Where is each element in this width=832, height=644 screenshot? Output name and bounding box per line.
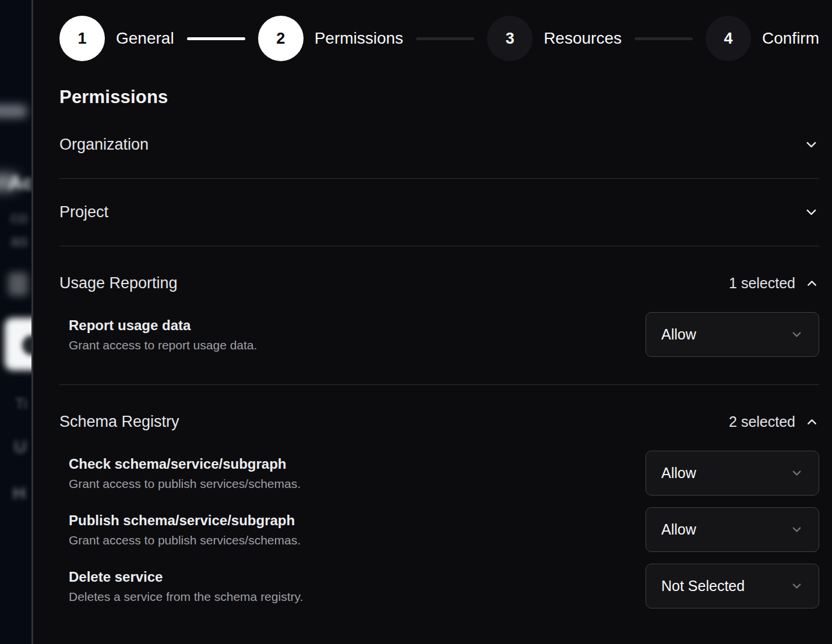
selected-count: 2 selected bbox=[729, 413, 795, 430]
permission-text: Delete service Deletes a service from th… bbox=[59, 569, 303, 604]
section-usage-reporting: Usage Reporting 1 selected Report usage … bbox=[59, 246, 819, 385]
step-label: Permissions bbox=[315, 29, 403, 48]
chevron-down-icon bbox=[790, 579, 803, 593]
page-title: Permissions bbox=[59, 87, 819, 108]
permission-row-publish-schema: Publish schema/service/subgraph Grant ac… bbox=[59, 507, 819, 552]
blurred-nav-item bbox=[0, 105, 27, 118]
step-general: 1 General bbox=[59, 16, 174, 61]
wizard-stepper: 1 General 2 Permissions 3 Resources 4 Co… bbox=[59, 16, 819, 61]
step-connector bbox=[187, 37, 245, 40]
step-number-badge: 2 bbox=[258, 16, 304, 61]
section-header-schema-registry[interactable]: Schema Registry 2 selected bbox=[59, 385, 819, 451]
permission-description: Grant access to publish services/schemas… bbox=[69, 477, 301, 491]
permission-select-delete-service[interactable]: Not Selected bbox=[646, 564, 819, 608]
step-permissions: 2 Permissions bbox=[258, 16, 403, 61]
permission-title: Delete service bbox=[69, 569, 303, 585]
step-connector bbox=[416, 37, 474, 40]
permission-text: Publish schema/service/subgraph Grant ac… bbox=[59, 512, 301, 547]
chevron-down-icon bbox=[790, 328, 803, 341]
select-value: Allow bbox=[661, 465, 696, 482]
section-title: Project bbox=[59, 203, 108, 221]
blurred-text-fragment: Ti bbox=[15, 395, 27, 413]
chevron-down-icon bbox=[803, 137, 819, 153]
blurred-text-fragment: H bbox=[13, 483, 26, 503]
permission-row-report-usage-data: Report usage data Grant access to report… bbox=[59, 312, 819, 357]
section-header-project[interactable]: Project bbox=[59, 179, 819, 246]
permission-description: Grant access to report usage data. bbox=[69, 338, 257, 352]
blurred-text-fragment: co bbox=[10, 208, 28, 227]
chevron-down-icon bbox=[790, 523, 803, 536]
permission-title: Report usage data bbox=[69, 317, 257, 334]
chevron-up-icon bbox=[805, 415, 819, 429]
section-title: Schema Registry bbox=[59, 413, 179, 431]
section-project: Project bbox=[59, 179, 819, 246]
chevron-down-icon bbox=[803, 204, 819, 220]
section-meta: 1 selected bbox=[729, 275, 819, 292]
chevron-up-icon bbox=[805, 276, 819, 291]
select-value: Allow bbox=[661, 521, 696, 538]
select-value: Not Selected bbox=[661, 578, 745, 595]
blurred-text-fragment: Ac bbox=[8, 171, 31, 194]
section-schema-registry: Schema Registry 2 selected Check schema/… bbox=[59, 385, 819, 636]
section-title: Usage Reporting bbox=[59, 274, 178, 292]
permission-title: Publish schema/service/subgraph bbox=[69, 512, 301, 529]
step-confirm: 4 Confirm bbox=[706, 16, 819, 61]
section-header-usage-reporting[interactable]: Usage Reporting 1 selected bbox=[59, 246, 819, 312]
section-header-organization[interactable]: Organization bbox=[59, 111, 819, 178]
section-organization: Organization bbox=[59, 111, 819, 179]
permission-row-check-schema: Check schema/service/subgraph Grant acce… bbox=[59, 451, 819, 496]
step-resources: 3 Resources bbox=[487, 16, 622, 61]
permission-text: Report usage data Grant access to report… bbox=[59, 317, 257, 352]
access-token-wizard-panel: 1 General 2 Permissions 3 Resources 4 Co… bbox=[33, 0, 832, 644]
background-sidebar: Ac co as Ti U H bbox=[0, 0, 31, 644]
permission-select-publish-schema[interactable]: Allow bbox=[646, 507, 819, 552]
permission-text: Check schema/service/subgraph Grant acce… bbox=[59, 456, 301, 491]
step-number-badge: 1 bbox=[59, 16, 105, 61]
permission-select-report-usage-data[interactable]: Allow bbox=[646, 312, 819, 357]
chevron-down-icon bbox=[790, 466, 803, 480]
blurred-text-fragment: as bbox=[10, 232, 28, 250]
step-label: Confirm bbox=[762, 29, 819, 48]
select-value: Allow bbox=[661, 326, 696, 343]
section-title: Organization bbox=[59, 136, 149, 154]
permission-sections: Organization Project Usage Reporting 1 s… bbox=[59, 111, 819, 636]
step-number-badge: 4 bbox=[706, 16, 751, 61]
blurred-icon bbox=[8, 273, 28, 296]
selected-count: 1 selected bbox=[729, 275, 795, 292]
permission-row-delete-service: Delete service Deletes a service from th… bbox=[59, 564, 819, 608]
permission-description: Grant access to publish services/schemas… bbox=[69, 533, 301, 547]
step-label: Resources bbox=[544, 29, 622, 48]
step-number-badge: 3 bbox=[487, 16, 533, 61]
section-meta: 2 selected bbox=[729, 413, 819, 430]
permission-description: Deletes a service from the schema regist… bbox=[69, 590, 303, 604]
step-connector bbox=[634, 37, 693, 40]
step-label: General bbox=[116, 29, 174, 48]
blurred-text-fragment: U bbox=[14, 437, 27, 457]
permission-title: Check schema/service/subgraph bbox=[69, 456, 301, 472]
permission-select-check-schema[interactable]: Allow bbox=[646, 451, 819, 496]
